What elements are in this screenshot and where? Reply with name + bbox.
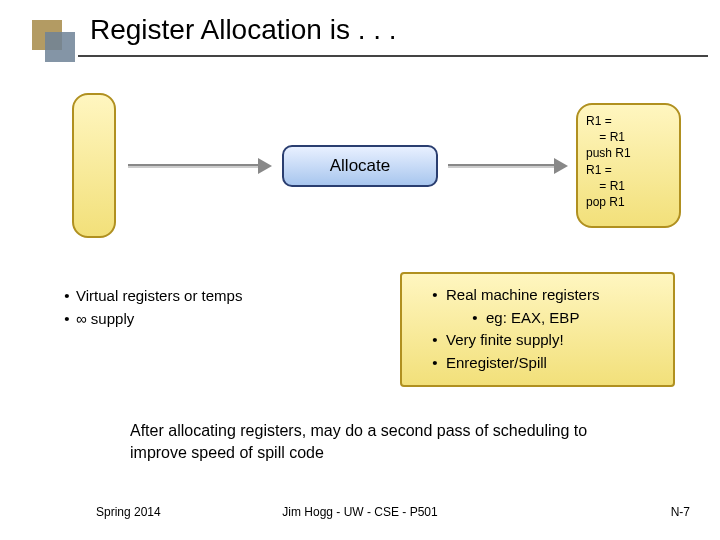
bullet-dot-icon: • <box>464 307 486 330</box>
title-underline <box>78 55 708 57</box>
bullet-item: Real machine registers <box>446 284 599 307</box>
arrow-head-icon <box>258 158 272 174</box>
allocate-box: Allocate <box>282 145 438 187</box>
bullet-dot-icon: • <box>58 285 76 308</box>
arrow-right <box>448 156 566 176</box>
footer-right: N-7 <box>671 505 690 519</box>
bullet-dot-icon: • <box>424 284 446 307</box>
bullet-sub-item: eg: EAX, EBP <box>486 307 579 330</box>
decorative-square <box>45 32 75 62</box>
bullet-dot-icon: • <box>424 329 446 352</box>
bullet-item: Enregister/Spill <box>446 352 547 375</box>
footer-center: Jim Hogg - UW - CSE - P501 <box>0 505 720 519</box>
bullet-item: Virtual registers or temps <box>76 285 242 308</box>
bottom-note: After allocating registers, may do a sec… <box>130 420 610 465</box>
allocate-label: Allocate <box>330 156 390 176</box>
code-box: R1 = = R1 push R1 R1 = = R1 pop R1 <box>576 103 681 228</box>
title-region: Register Allocation is . . . <box>0 0 720 70</box>
bullet-dot-icon: • <box>424 352 446 375</box>
page-title: Register Allocation is . . . <box>90 14 397 46</box>
left-bullet-list: •Virtual registers or temps •∞ supply <box>58 285 338 330</box>
bullet-dot-icon: • <box>58 308 76 331</box>
bullet-item: Very finite supply! <box>446 329 564 352</box>
arrow-head-icon <box>554 158 568 174</box>
right-bullet-box: •Real machine registers •eg: EAX, EBP •V… <box>400 272 675 387</box>
left-placeholder-box <box>72 93 116 238</box>
arrow-left <box>128 156 270 176</box>
bullet-item: ∞ supply <box>76 308 134 331</box>
